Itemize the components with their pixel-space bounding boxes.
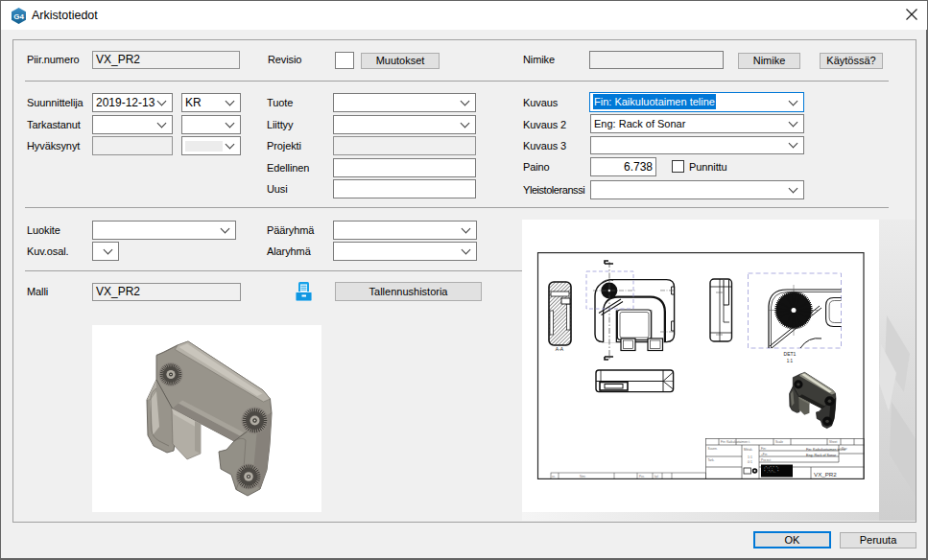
svg-text:Nimi: Nimi [580, 475, 585, 478]
svg-text::*::*.* *:: :*::*.* *: [764, 466, 779, 470]
svg-text:Fin: Kaikuluotaimen teline: Fin: Kaikuluotaimen teline [806, 448, 845, 452]
svg-text:A-A: A-A [556, 346, 564, 352]
svg-text:0:1: 0:1 [748, 460, 752, 464]
svg-text:Suunn.: Suunn. [708, 447, 718, 451]
svg-text:Eng: Rack of Sonar: Eng: Rack of Sonar [806, 454, 837, 457]
svg-text:os: os [552, 475, 556, 478]
svg-text:DET1: DET1 [784, 351, 797, 357]
svg-text:G4: G4 [13, 12, 24, 21]
svg-text:Mittak.: Mittak. [744, 448, 753, 452]
svg-text:+Fin: +Fin [761, 453, 768, 456]
svg-text:1:1: 1:1 [748, 455, 752, 459]
svg-text:Scale: Scale [775, 440, 783, 444]
svg-text:Pro ect: Pro ect [761, 458, 771, 462]
svg-text:* .*:*:. *: * .*:*:. * [764, 470, 779, 474]
svg-text:Fin: Kaikuluotaimen t.: Fin: Kaikuluotaimen t. [721, 440, 750, 444]
svg-text:Fin:: Fin: [761, 447, 766, 451]
svg-text:Pos: Pos [639, 475, 645, 478]
svg-text:Tark.: Tark. [708, 458, 715, 462]
svg-text:kpl: kpl [654, 475, 658, 478]
svg-text:Sheet: Sheet [829, 440, 837, 444]
svg-text:VX_PR2: VX_PR2 [814, 471, 837, 478]
svg-text:1:1: 1:1 [787, 359, 794, 363]
